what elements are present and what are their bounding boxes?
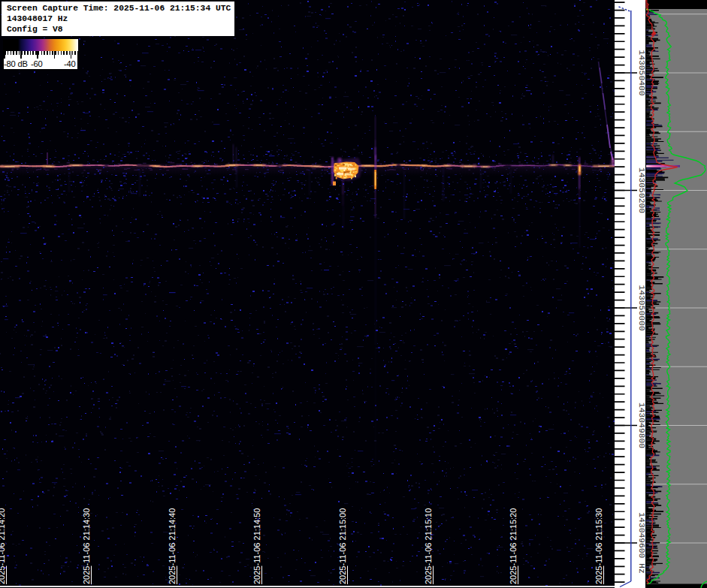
svg-text:143049600 Hz: 143049600 Hz — [636, 512, 645, 573]
svg-text:143050000: 143050000 — [636, 285, 645, 330]
svg-text:143050400: 143050400 — [636, 50, 645, 95]
svg-text:143050200: 143050200 — [636, 167, 645, 213]
svg-text:143049800: 143049800 — [636, 403, 645, 448]
